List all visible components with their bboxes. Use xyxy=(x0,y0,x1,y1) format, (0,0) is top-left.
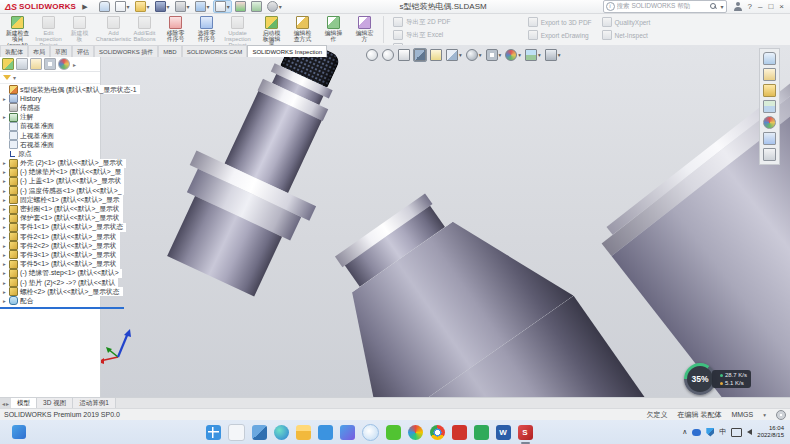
ime-indicator[interactable]: 中 xyxy=(719,427,726,437)
mail-taskbar-icon[interactable] xyxy=(318,425,333,440)
expand-arrow-icon[interactable]: ▸ xyxy=(2,243,7,249)
network-display-icon[interactable] xyxy=(731,428,742,437)
expand-arrow-icon[interactable]: ▸ xyxy=(2,270,7,276)
edit-appearance-button[interactable]: ▾ xyxy=(504,48,522,62)
tab-草图[interactable]: 草图 xyxy=(50,45,72,57)
tab-布局[interactable]: 布局 xyxy=(28,45,50,57)
edit-operation-button[interactable]: 编辑操 作 xyxy=(318,15,349,42)
dropdown-caret-icon[interactable]: ▾ xyxy=(127,3,130,10)
previous-view-button[interactable] xyxy=(397,48,411,62)
qat-print-button[interactable]: ▾ xyxy=(173,0,192,13)
view-orientation-button[interactable]: ▾ xyxy=(445,48,463,62)
rollback-bar[interactable] xyxy=(0,307,124,309)
displaymanager-tab[interactable] xyxy=(58,58,70,70)
dimxpertmanager-tab[interactable] xyxy=(44,58,56,70)
volume-icon[interactable] xyxy=(747,429,752,435)
photos-taskbar-icon[interactable] xyxy=(340,425,355,440)
panel-tabs-overflow-icon[interactable]: ▸ xyxy=(73,61,76,68)
start-taskbar-icon[interactable] xyxy=(206,425,221,440)
qat-home-button[interactable] xyxy=(97,0,112,13)
dictionary-taskbar-icon[interactable] xyxy=(452,425,467,440)
dropdown-caret-icon[interactable]: ▾ xyxy=(479,52,482,58)
close-button[interactable]: × xyxy=(779,3,784,11)
expand-arrow-icon[interactable]: ▸ xyxy=(2,96,7,102)
search-caret-icon[interactable]: ▾ xyxy=(721,3,724,10)
featuremanager-tab[interactable] xyxy=(2,58,14,70)
qat-undo-button[interactable]: ▾ xyxy=(193,0,212,13)
dropdown-caret-icon[interactable]: ▾ xyxy=(227,3,230,10)
menu-flyout-icon[interactable]: ▶ xyxy=(82,3,87,11)
tab-scroll-left-icon[interactable]: ◂ xyxy=(2,400,5,407)
qat-save-button[interactable]: ▾ xyxy=(153,0,172,13)
apply-scene-button[interactable]: ▾ xyxy=(524,48,542,62)
tab-SOLIDWORKS CAM[interactable]: SOLIDWORKS CAM xyxy=(182,45,248,57)
qat-options-button[interactable]: ▾ xyxy=(265,0,284,13)
tree-item[interactable]: s型铠装热电偶 (默认<默认_显示状态-1 xyxy=(1,85,140,94)
dropdown-caret-icon[interactable]: ▾ xyxy=(459,52,462,58)
remove-balloons-button[interactable]: 移除零 件序号 xyxy=(160,15,191,42)
status-options-icon[interactable] xyxy=(776,410,786,420)
dropdown-caret-icon[interactable]: ▾ xyxy=(187,3,190,10)
launch-template-editor-button[interactable]: 启动模 板编辑 器 xyxy=(256,15,287,48)
expand-arrow-icon[interactable]: ▸ xyxy=(2,114,7,120)
dropdown-caret-icon[interactable]: ▾ xyxy=(207,3,210,10)
cloud-app-taskbar-icon[interactable] xyxy=(362,424,379,441)
qat-open-button[interactable]: ▾ xyxy=(133,0,152,13)
onedrive-icon[interactable] xyxy=(692,429,701,436)
configurationmanager-tab[interactable] xyxy=(30,58,42,70)
filter-caret-icon[interactable]: ▾ xyxy=(13,74,16,81)
expand-arrow-icon[interactable]: ▸ xyxy=(2,261,7,267)
tab-SOLIDWORKS Inspection[interactable]: SOLIDWORKS Inspection xyxy=(247,45,327,57)
solidworks-logo[interactable]: ΔS SOLIDWORKS xyxy=(2,2,79,12)
dropdown-caret-icon[interactable]: ▾ xyxy=(499,52,502,58)
expand-arrow-icon[interactable]: ▸ xyxy=(2,178,7,184)
tab-装配体[interactable]: 装配体 xyxy=(0,45,28,57)
docs-taskbar-icon[interactable] xyxy=(474,425,489,440)
search-icon[interactable] xyxy=(710,3,718,11)
expand-arrow-icon[interactable]: ▸ xyxy=(2,188,7,194)
view-palette-tab[interactable] xyxy=(761,99,778,114)
taskbar-clock[interactable]: 16:04 2022/8/15 xyxy=(757,425,784,439)
filter-funnel-icon[interactable] xyxy=(3,75,11,80)
select-balloons-button[interactable]: 选择零 件序号 xyxy=(191,15,222,42)
custom-properties-tab[interactable] xyxy=(761,131,778,146)
expand-arrow-icon[interactable]: ▸ xyxy=(2,280,7,286)
view-settings-button[interactable]: ▾ xyxy=(544,48,562,62)
tab-scroll-right-icon[interactable]: ▸ xyxy=(6,400,9,407)
design-library-tab[interactable] xyxy=(761,67,778,82)
appearances-scenes-tab[interactable] xyxy=(761,115,778,130)
tab-MBD[interactable]: MBD xyxy=(158,45,181,57)
file-explorer-taskbar-icon[interactable] xyxy=(296,425,311,440)
task-view-taskbar-icon[interactable] xyxy=(252,425,267,440)
dropdown-caret-icon[interactable]: ▾ xyxy=(147,3,150,10)
display-style-button[interactable]: ▾ xyxy=(465,48,483,62)
search-taskbar-icon[interactable] xyxy=(228,424,245,441)
expand-arrow-icon[interactable]: ▸ xyxy=(2,224,7,230)
dropdown-caret-icon[interactable]: ▾ xyxy=(558,52,561,58)
solidworks-taskbar-icon[interactable]: S xyxy=(518,425,533,440)
wechat-taskbar-icon[interactable] xyxy=(386,425,401,440)
qat-display-button[interactable] xyxy=(249,0,264,13)
expand-arrow-icon[interactable]: ▸ xyxy=(2,169,7,175)
qat-rebuild-button[interactable] xyxy=(233,0,248,13)
dropdown-caret-icon[interactable]: ▾ xyxy=(279,3,282,10)
expand-arrow-icon[interactable]: ▸ xyxy=(2,252,7,258)
defender-shield-icon[interactable] xyxy=(706,428,714,437)
units-caret-icon[interactable]: ▾ xyxy=(763,412,766,418)
dropdown-caret-icon[interactable]: ▾ xyxy=(167,3,170,10)
expand-arrow-icon[interactable]: ▸ xyxy=(2,215,7,221)
file-explorer-tab[interactable] xyxy=(761,83,778,98)
tree-filter-row[interactable]: ▾ xyxy=(0,72,100,84)
solidworks-forum-tab[interactable] xyxy=(761,147,778,162)
qat-select-button[interactable]: ▾ xyxy=(213,0,232,13)
tray-expand-icon[interactable]: ∧ xyxy=(682,428,687,436)
expand-arrow-icon[interactable]: ▸ xyxy=(2,289,7,295)
tree-item[interactable]: ▸配合 xyxy=(1,296,37,305)
status-item[interactable]: MMGS xyxy=(731,411,753,418)
section-view-button[interactable] xyxy=(413,48,427,62)
expand-arrow-icon[interactable]: ▸ xyxy=(2,206,7,212)
word-taskbar-icon[interactable]: W xyxy=(496,425,511,440)
help-button[interactable]: ? xyxy=(748,3,752,11)
system-monitor-overlay[interactable]: 35% 28.7 K/s 5.1 K/s xyxy=(684,363,751,395)
solidworks-resources-tab[interactable] xyxy=(761,51,778,66)
